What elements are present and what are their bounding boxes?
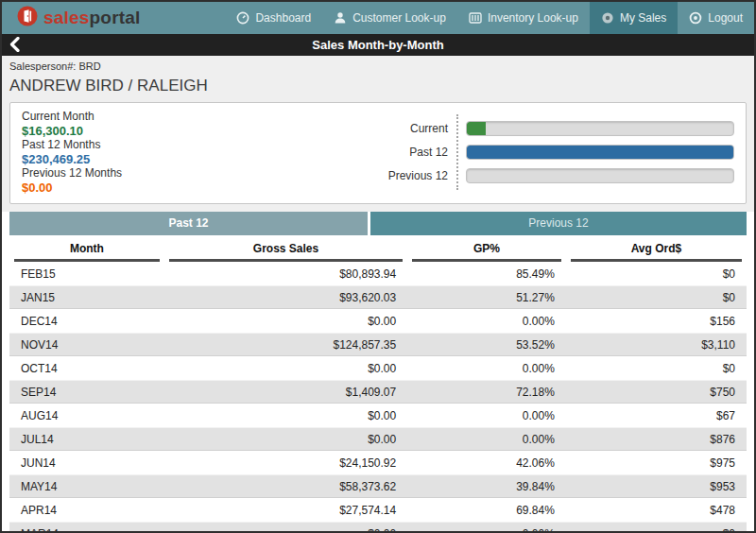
brand-text: salesportal — [43, 8, 141, 28]
page-title: Sales Month-by-Month — [2, 38, 754, 52]
bar-label-previous-12: Previous 12 — [380, 164, 448, 188]
table-row: DEC14 $0.00 0.00% $156 — [9, 309, 747, 333]
metric-current-month: Current Month $16,300.10 — [22, 110, 122, 138]
cell-gp-percent: 51.27% — [407, 285, 566, 309]
cell-avg-order: $0 — [566, 356, 747, 380]
cell-gross-sales: $1,409.07 — [164, 380, 407, 404]
col-header-gross-sales: Gross Sales — [164, 240, 407, 262]
metric-value-2: $0.00 — [22, 181, 122, 195]
cell-month: OCT14 — [9, 356, 164, 380]
cell-gp-percent: 72.18% — [407, 380, 566, 404]
cell-gp-percent: 53.52% — [407, 333, 566, 356]
nav-item-label: Dashboard — [255, 11, 311, 25]
back-button[interactable] — [9, 37, 20, 56]
cell-month: MAY14 — [9, 474, 164, 498]
progress-track-current — [466, 121, 734, 136]
bar-label-past-12: Past 12 — [380, 141, 448, 164]
cell-gross-sales: $0.00 — [164, 427, 407, 451]
table-row: JUN14 $24,150.92 42.06% $975 — [9, 451, 747, 474]
cell-month: SEP14 — [9, 380, 164, 404]
progress-track-previous-12 — [466, 168, 734, 183]
cell-gp-percent: 0.00% — [407, 309, 566, 333]
cell-gross-sales: $24,150.92 — [164, 451, 407, 474]
tab-past-12[interactable]: Past 12 — [9, 212, 368, 235]
summary-panel: Current Month $16,300.10 Past 12 Months … — [9, 102, 747, 204]
customer-icon — [334, 11, 347, 25]
cell-gp-percent: 85.49% — [407, 262, 566, 285]
cell-avg-order: $67 — [566, 404, 747, 427]
cell-gross-sales: $0.00 — [164, 356, 407, 380]
col-header-avg-order: Avg Ord$ — [566, 240, 747, 262]
cell-month: AUG14 — [9, 404, 164, 427]
sales-table-wrap: Month Gross Sales GP% Avg Ord$ FEB15 $80… — [9, 240, 747, 531]
table-row: APR14 $27,574.14 69.84% $478 — [9, 498, 747, 522]
sales-portal-app: salesportal Dashboard — [0, 0, 756, 533]
cell-month: JUL14 — [9, 427, 164, 451]
nav-item-dashboard[interactable]: Dashboard — [225, 2, 322, 34]
cell-gross-sales: $124,857.35 — [164, 333, 407, 356]
summary-metrics: Current Month $16,300.10 Past 12 Months … — [22, 110, 122, 195]
cell-avg-order: $0 — [566, 285, 747, 309]
cell-avg-order: $0 — [566, 522, 747, 531]
table-row: JAN15 $93,620.03 51.27% $0 — [9, 285, 747, 309]
cell-month: MAR14 — [9, 522, 164, 531]
cell-gross-sales: $0.00 — [164, 309, 407, 333]
cell-gross-sales: $0.00 — [164, 404, 407, 427]
cell-month: NOV14 — [9, 333, 164, 356]
cell-avg-order: $975 — [566, 451, 747, 474]
table-row: FEB15 $80,893.94 85.49% $0 — [9, 262, 747, 285]
cell-month: JAN15 — [9, 285, 164, 309]
col-header-gp-percent: GP% — [407, 240, 566, 262]
nav-item-label: Customer Look-up — [352, 11, 446, 25]
cell-month: DEC14 — [9, 309, 164, 333]
cell-gp-percent: 0.00% — [407, 356, 566, 380]
nav-item-my-sales[interactable]: My Sales — [590, 2, 678, 34]
dashboard-icon — [236, 11, 249, 25]
progress-bars-area: Current Past 12 Previous 12 — [380, 110, 734, 195]
metric-value-1: $230,469.25 — [22, 152, 122, 166]
cell-month: JUN14 — [9, 451, 164, 474]
barcode-icon — [469, 11, 482, 25]
cell-gp-percent: 0.00% — [407, 522, 566, 531]
table-row: JUL14 $0.00 0.00% $876 — [9, 427, 747, 451]
top-navbar: salesportal Dashboard — [2, 2, 754, 34]
dotted-divider — [456, 114, 458, 190]
col-header-month: Month — [9, 240, 164, 262]
power-icon — [689, 11, 702, 25]
cell-avg-order: $3,110 — [566, 333, 747, 356]
table-row: OCT14 $0.00 0.00% $0 — [9, 356, 747, 380]
cell-gp-percent: 39.84% — [407, 474, 566, 498]
cell-avg-order: $876 — [566, 427, 747, 451]
cell-gross-sales: $27,574.14 — [164, 498, 407, 522]
door-logo-icon — [17, 6, 38, 30]
metric-label: Past 12 Months — [22, 138, 122, 152]
nav-item-inventory-lookup[interactable]: Inventory Look-up — [457, 2, 590, 34]
nav-item-customer-lookup[interactable]: Customer Look-up — [322, 2, 457, 34]
nav-item-logout[interactable]: Logout — [678, 2, 754, 34]
nav-items: Dashboard Customer Look-up — [225, 2, 754, 34]
table-header-row: Month Gross Sales GP% Avg Ord$ — [9, 240, 747, 262]
bar-label-current: Current — [380, 117, 448, 141]
progress-fill-1 — [467, 146, 733, 159]
tab-previous-12[interactable]: Previous 12 — [370, 212, 747, 235]
cell-avg-order: $750 — [566, 380, 747, 404]
cell-gross-sales: $0.00 — [164, 522, 407, 531]
metric-label: Current Month — [22, 110, 122, 124]
cell-month: APR14 — [9, 498, 164, 522]
cell-month: FEB15 — [9, 262, 164, 285]
cell-gp-percent: 0.00% — [407, 404, 566, 427]
cell-gp-percent: 42.06% — [407, 451, 566, 474]
nav-item-label: Inventory Look-up — [488, 11, 578, 25]
table-row: AUG14 $0.00 0.00% $67 — [9, 404, 747, 427]
metric-past-12: Past 12 Months $230,469.25 — [22, 138, 122, 166]
nav-item-label: My Sales — [620, 11, 666, 25]
salesperson-number: Salesperson#: BRD — [9, 60, 747, 72]
cell-gross-sales: $93,620.03 — [164, 285, 407, 309]
brand-logo[interactable]: salesportal — [8, 2, 150, 34]
table-row: MAY14 $58,373.62 39.84% $953 — [9, 474, 747, 498]
cell-gross-sales: $80,893.94 — [164, 262, 407, 285]
cell-avg-order: $156 — [566, 309, 747, 333]
cell-gp-percent: 69.84% — [407, 498, 566, 522]
page-title-bar: Sales Month-by-Month — [2, 34, 754, 56]
progress-track-past-12 — [466, 145, 734, 160]
